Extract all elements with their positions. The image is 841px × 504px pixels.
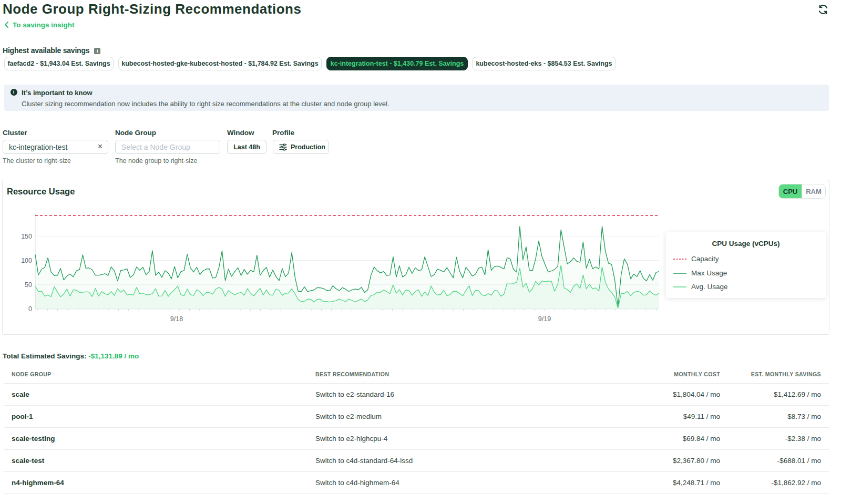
- svg-text:50: 50: [25, 281, 32, 289]
- svg-text:0: 0: [28, 305, 32, 313]
- svg-text:100: 100: [21, 257, 32, 264]
- svg-text:150: 150: [21, 233, 32, 240]
- svg-text:9/18: 9/18: [170, 315, 183, 323]
- svg-text:9/19: 9/19: [538, 315, 551, 323]
